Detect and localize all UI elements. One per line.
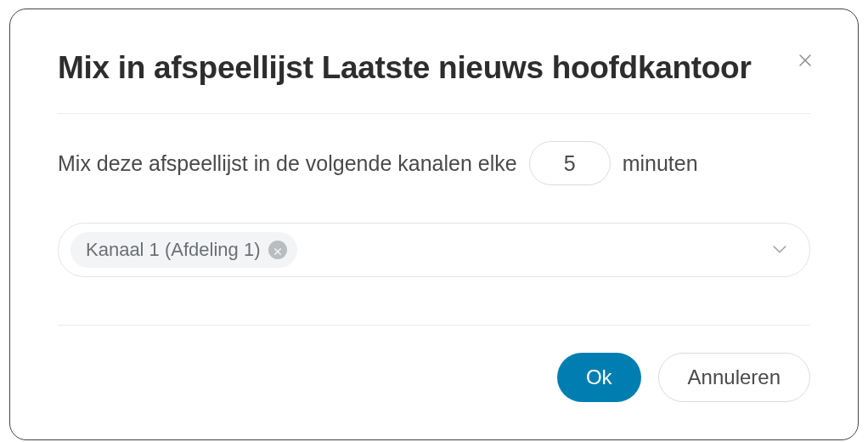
close-icon [273,239,282,261]
dialog-title: Mix in afspeellijst Laatste nieuws hoofd… [58,50,810,86]
chip-remove-button[interactable] [268,241,287,259]
channel-chip-label: Kanaal 1 (Afdeling 1) [86,239,260,261]
ok-button[interactable]: Ok [557,353,641,402]
close-button[interactable] [793,50,817,74]
channel-multiselect[interactable]: Kanaal 1 (Afdeling 1) [58,223,810,277]
mix-playlist-dialog: Mix in afspeellijst Laatste nieuws hoofd… [9,8,859,440]
interval-input[interactable] [529,141,611,185]
interval-row: Mix deze afspeellijst in de volgende kan… [58,141,810,185]
channel-chip: Kanaal 1 (Afdeling 1) [70,232,297,268]
close-icon [798,53,813,71]
cancel-button[interactable]: Annuleren [658,353,810,402]
interval-suffix-label: minuten [623,151,698,176]
interval-prefix-label: Mix deze afspeellijst in de volgende kan… [58,151,517,176]
divider [58,325,810,326]
divider [58,113,810,114]
dialog-footer: Ok Annuleren [58,353,810,402]
chevron-down-icon [772,242,787,258]
